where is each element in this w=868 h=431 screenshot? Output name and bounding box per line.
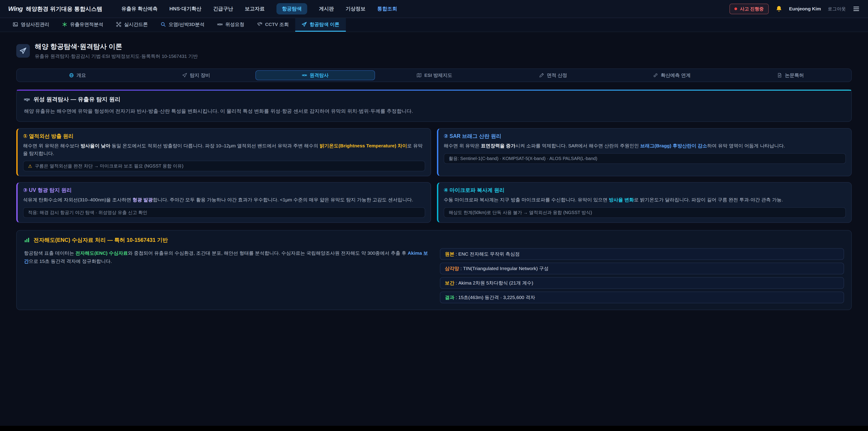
- tab-label: 원격탐사: [310, 72, 329, 79]
- tab-label: 면적 산정: [547, 72, 567, 79]
- theory-tab-bar: 개요 탐지 장비 원격탐사 ESI 방제지도: [16, 68, 852, 82]
- enc-section-title: 전자해도(ENC) 수심자료 처리 — 특허 10-1567431 기반: [24, 237, 844, 244]
- app-window: Wing 해양환경 위기대응 통합시스템 유출유 확산예측 HNS·대기확산 긴…: [0, 0, 868, 426]
- menu-item-emergency-rescue[interactable]: 긴급구난: [213, 5, 233, 12]
- card-body: 해수면 위 유막은 표면장력을 증가시켜 소파를 억제합니다. SAR에서 해수…: [444, 142, 846, 150]
- tab-label: 탐지 장비: [190, 72, 210, 79]
- subnav-label: 실시간드론: [124, 21, 148, 28]
- plane-icon: [302, 22, 307, 27]
- brand-title: 해양환경 위기대응 통합시스템: [26, 5, 102, 13]
- aerial-search-icon: [16, 44, 30, 58]
- magnifier-icon: [160, 22, 166, 27]
- document-icon: [777, 73, 782, 78]
- subnav-item-aerial-theory[interactable]: 항공탐색 이론: [295, 18, 346, 32]
- tab-diffusion-link[interactable]: 확산예측 연계: [613, 70, 731, 80]
- satellite-icon: [24, 96, 30, 102]
- card-body: 수동 마이크로파 복사계는 지구 방출 마이크로파를 수신합니다. 유막이 있으…: [444, 196, 846, 204]
- card-note-text: 구름은 열적외선을 완전 차단 → 마이크로파 보조 필요 (NGSST 융합 …: [35, 163, 183, 169]
- main-content: 해양 항공탐색·원격탐사 이론 유출유 원격탐지·항공감시 기법·ESI 방제정…: [0, 32, 868, 310]
- card-note-text: 해상도 한계(50km)로 단독 사용 불가 → 열적외선과 융합 (NGSST…: [449, 210, 592, 216]
- tab-label: 개요: [76, 72, 86, 79]
- incident-status-badge[interactable]: 사고 진행중: [730, 4, 769, 14]
- section-description: 해양 유출유는 해수면에 유막을 형성하여 전자기파 반사·방출·산란 특성을 …: [24, 107, 844, 115]
- row-text: : 15초(463m) 등간격 · 3,225,600 격자: [454, 295, 535, 300]
- menu-item-integrated-search[interactable]: 통합조회: [377, 5, 397, 12]
- menu-item-aerial-search[interactable]: 항공탐색: [276, 3, 307, 14]
- warning-icon: ⚠: [28, 163, 32, 169]
- card-microwave-radiometer: ④ 마이크로파 복사계 원리 수동 마이크로파 복사계는 지구 방출 마이크로파…: [437, 182, 852, 223]
- tab-detection-equipment[interactable]: 탐지 장비: [137, 70, 255, 80]
- main-menu: 유출유 확산예측 HNS·대기확산 긴급구난 보고자료 항공탐색 게시판 기상정…: [121, 3, 397, 14]
- card-uv-fluorescence: ③ UV 형광 탐지 원리 석유계 탄화수소에 자외선(310–400nm)을 …: [16, 182, 431, 223]
- card-body: 석유계 탄화수소에 자외선(310–400nm)을 조사하면 형광 발광합니다.…: [23, 196, 425, 204]
- subnav-item-oil-area-analysis[interactable]: 유출유면적분석: [56, 18, 110, 32]
- page-header: 해양 항공탐색·원격탐사 이론 유출유 원격탐지·항공감시 기법·ESI 방제정…: [16, 42, 852, 59]
- subnav-label: 위성요청: [225, 21, 244, 28]
- tab-label: 확산예측 연계: [661, 72, 690, 79]
- row-label: 원본: [445, 251, 454, 256]
- menu-item-spill-diffusion[interactable]: 유출유 확산예측: [121, 5, 158, 12]
- card-sar-bragg: ② SAR 브래그 산란 원리 해수면 위 유막은 표면장력을 증가시켜 소파를…: [437, 128, 852, 176]
- card-note: ⚠ 구름은 열적외선을 완전 차단 → 마이크로파 보조 필요 (NGSST 융…: [23, 161, 425, 171]
- card-title: ③ UV 형광 탐지 원리: [23, 187, 425, 194]
- globe-icon: [69, 73, 74, 78]
- row-text: : ENC 전자해도 무작위 측심점: [454, 251, 520, 256]
- tab-area-calculation[interactable]: 면적 산정: [494, 70, 613, 80]
- row-text: : Akima 2차원 5차다항식 (21개 계수): [454, 280, 533, 285]
- remote-sensing-section-title: 위성 원격탐사 — 유출유 탐지 원리: [24, 96, 844, 103]
- enc-description: 항공탐색 표출 데이터는 전자해도(ENC) 수심자료와 중첩되어 유출유의 수…: [24, 249, 428, 303]
- cctv-icon: [257, 22, 262, 27]
- enc-row-result: 결과 : 15초(463m) 등간격 · 3,225,600 격자: [440, 291, 844, 303]
- card-title: ① 열적외선 방출 원리: [23, 133, 425, 140]
- page-title-block: 해양 항공탐색·원격탐사 이론 유출유 원격탐지·항공감시 기법·ESI 방제정…: [35, 42, 198, 59]
- row-label: 결과: [445, 295, 454, 300]
- top-navigation-bar: Wing 해양환경 위기대응 통합시스템 유출유 확산예측 HNS·대기확산 긴…: [0, 0, 868, 18]
- notification-bell-icon[interactable]: [776, 5, 782, 12]
- enc-title-text: 전자해도(ENC) 수심자료 처리 — 특허 10-1567431 기반: [33, 237, 168, 244]
- card-note-text: 적용: 해경 감시 항공기 야간 탐색 · 위성영상 유출 신고 확인: [28, 210, 147, 216]
- subnav-item-cctv[interactable]: CCTV 조회: [251, 18, 295, 32]
- map-icon: [416, 73, 422, 78]
- tab-papers-patents[interactable]: 논문특허: [731, 70, 850, 80]
- status-dot-icon: [735, 7, 737, 10]
- tab-remote-sensing[interactable]: 원격탐사: [255, 70, 375, 80]
- bottom-strip: [0, 426, 868, 431]
- hamburger-menu-icon[interactable]: [852, 5, 860, 12]
- logout-button[interactable]: 로그아웃: [828, 6, 846, 12]
- subnav-item-satellite-request[interactable]: 위성요청: [211, 18, 251, 32]
- subnav-item-pollution-ship-3d[interactable]: 오염/선박3D분석: [154, 18, 211, 32]
- card-note: 적용: 해경 감시 항공기 야간 탐색 · 위성영상 유출 신고 확인: [23, 207, 425, 218]
- card-note-text: 활용: Sentinel-1(C-band) · KOMPSAT-5(X-ban…: [449, 155, 597, 162]
- subnav-label: 항공탐색 이론: [310, 21, 340, 28]
- drone-icon: [116, 22, 121, 27]
- row-label: 삼각망: [445, 266, 459, 271]
- menu-item-reports[interactable]: 보고자료: [245, 5, 265, 12]
- brand[interactable]: Wing 해양환경 위기대응 통합시스템: [8, 5, 102, 13]
- menu-item-hns-atmospheric[interactable]: HNS·대기확산: [169, 5, 202, 12]
- subnav-label: CCTV 조회: [265, 21, 289, 28]
- satellite-icon: [302, 73, 307, 78]
- card-title: ② SAR 브래그 산란 원리: [444, 133, 846, 140]
- row-text: : TIN(Triangulated Irregular Network) 구성: [459, 266, 549, 271]
- page-subtitle: 유출유 원격탐지·항공감시 기법·ESI 방제정보지도·등록특허 10-1567…: [35, 53, 198, 59]
- page-title: 해양 항공탐색·원격탐사 이론: [35, 42, 198, 51]
- subnav-item-imagery-management[interactable]: 영상사진관리: [6, 18, 56, 32]
- enc-row-interpolation: 보간 : Akima 2차원 5차다항식 (21개 계수): [440, 277, 844, 289]
- card-title: ④ 마이크로파 복사계 원리: [444, 187, 846, 194]
- menu-item-weather-info[interactable]: 기상정보: [346, 5, 366, 12]
- enc-row-source: 원본 : ENC 전자해도 무작위 측심점: [440, 248, 844, 260]
- row-label: 보간: [445, 280, 454, 285]
- user-name: Eunjeong Kim: [789, 6, 821, 11]
- sub-navigation-bar: 영상사진관리 유출유면적분석 실시간드론 오염/선박3D분석 위성요청: [0, 18, 868, 32]
- tab-esi-map[interactable]: ESI 방제지도: [375, 70, 494, 80]
- principle-cards-grid: ① 열적외선 방출 원리 해수면 위 유막은 해수보다 방사율이 낮아 동일 온…: [16, 128, 852, 223]
- section-title-text: 위성 원격탐사 — 유출유 탐지 원리: [33, 96, 121, 103]
- link-icon: [653, 73, 658, 78]
- menu-item-board[interactable]: 게시판: [319, 5, 334, 12]
- tab-overview[interactable]: 개요: [18, 70, 137, 80]
- top-right-cluster: 사고 진행중 Eunjeong Kim 로그아웃: [730, 4, 860, 14]
- card-note: 해상도 한계(50km)로 단독 사용 불가 → 열적외선과 융합 (NGSST…: [444, 207, 846, 218]
- image-icon: [13, 22, 18, 27]
- subnav-item-realtime-drone[interactable]: 실시간드론: [110, 18, 154, 32]
- enc-process-rows: 원본 : ENC 전자해도 무작위 측심점 삼각망 : TIN(Triangul…: [440, 248, 844, 303]
